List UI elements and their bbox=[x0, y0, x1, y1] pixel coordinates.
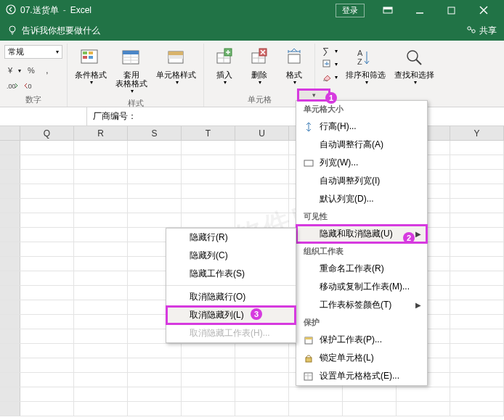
row-header[interactable] bbox=[0, 373, 20, 387]
cell[interactable] bbox=[20, 213, 74, 227]
cell[interactable] bbox=[450, 228, 504, 242]
cell[interactable] bbox=[450, 170, 504, 184]
minimize-icon[interactable] bbox=[405, 0, 434, 20]
cell[interactable] bbox=[128, 387, 182, 401]
cell[interactable] bbox=[74, 329, 128, 343]
cell[interactable] bbox=[235, 141, 289, 155]
row-header[interactable] bbox=[0, 228, 20, 242]
autosum-button[interactable]: ∑▾ bbox=[320, 45, 340, 57]
submenu-hide-cols[interactable]: 隐藏列(C) bbox=[166, 247, 296, 265]
cell[interactable] bbox=[74, 141, 128, 155]
cell[interactable] bbox=[235, 373, 289, 387]
select-all-corner[interactable] bbox=[0, 126, 20, 140]
cell[interactable] bbox=[20, 402, 74, 416]
cell[interactable] bbox=[182, 170, 235, 184]
row-header[interactable] bbox=[0, 199, 20, 213]
cell[interactable] bbox=[450, 315, 504, 329]
share-button[interactable]: 共享 bbox=[466, 25, 497, 37]
cell[interactable] bbox=[182, 184, 235, 198]
submenu-hide-rows[interactable]: 隐藏行(R) bbox=[166, 228, 296, 247]
cell[interactable] bbox=[450, 286, 504, 300]
cell[interactable] bbox=[20, 358, 74, 372]
cell[interactable] bbox=[128, 199, 182, 213]
cell[interactable] bbox=[20, 344, 74, 358]
row-header[interactable] bbox=[0, 286, 20, 300]
cell[interactable] bbox=[450, 242, 504, 256]
cell[interactable] bbox=[235, 184, 289, 198]
cell[interactable] bbox=[343, 402, 397, 416]
cell[interactable] bbox=[397, 402, 450, 416]
cell[interactable] bbox=[128, 344, 182, 358]
cell[interactable] bbox=[74, 271, 128, 285]
row-header[interactable] bbox=[0, 213, 20, 227]
cell[interactable] bbox=[235, 213, 289, 227]
number-format-dropdown[interactable]: 常规 ▾ bbox=[4, 45, 62, 59]
menu-tab-color[interactable]: 工作表标签颜色(T) ▶ bbox=[296, 296, 427, 314]
cell[interactable] bbox=[450, 344, 504, 358]
close-icon[interactable] bbox=[469, 0, 498, 20]
cell[interactable] bbox=[450, 358, 504, 372]
cell[interactable] bbox=[450, 329, 504, 343]
decrease-decimal-button[interactable]: .0 bbox=[22, 81, 38, 92]
col-head[interactable]: S bbox=[128, 126, 182, 140]
tell-me-input[interactable]: 告诉我你想要做什么 bbox=[7, 25, 100, 37]
cell[interactable] bbox=[74, 199, 128, 213]
cell[interactable] bbox=[20, 329, 74, 343]
cell[interactable] bbox=[20, 387, 74, 401]
menu-row-height[interactable]: 行高(H)... bbox=[296, 118, 427, 136]
increase-decimal-button[interactable]: .00 bbox=[4, 81, 20, 92]
cell[interactable] bbox=[20, 257, 74, 271]
cell[interactable] bbox=[235, 344, 289, 358]
cell[interactable] bbox=[182, 358, 235, 372]
cell[interactable] bbox=[182, 373, 235, 387]
row-header[interactable] bbox=[0, 329, 20, 343]
cell[interactable] bbox=[128, 170, 182, 184]
row-header[interactable] bbox=[0, 242, 20, 256]
cell[interactable] bbox=[128, 373, 182, 387]
cell[interactable] bbox=[182, 213, 235, 227]
cell[interactable] bbox=[182, 387, 235, 401]
cell[interactable] bbox=[182, 344, 235, 358]
cell[interactable] bbox=[20, 242, 74, 256]
cell[interactable] bbox=[235, 387, 289, 401]
row-header[interactable] bbox=[0, 402, 20, 416]
cell[interactable] bbox=[182, 155, 235, 169]
cell[interactable] bbox=[20, 300, 74, 314]
cell[interactable] bbox=[74, 387, 128, 401]
cell[interactable] bbox=[235, 199, 289, 213]
submenu-hide-sheet[interactable]: 隐藏工作表(S) bbox=[166, 265, 296, 283]
cell[interactable] bbox=[74, 184, 128, 198]
menu-default-width[interactable]: 默认列宽(D)... bbox=[296, 190, 427, 208]
cell[interactable] bbox=[450, 300, 504, 314]
cell[interactable] bbox=[20, 271, 74, 285]
col-head[interactable]: Q bbox=[20, 126, 74, 140]
sort-filter-button[interactable]: AZ 排序和筛选 ▾ bbox=[343, 44, 389, 88]
cell[interactable] bbox=[128, 155, 182, 169]
cell[interactable] bbox=[450, 184, 504, 198]
menu-autofit-row[interactable]: 自动调整行高(A) bbox=[296, 136, 427, 154]
cell[interactable] bbox=[235, 155, 289, 169]
comma-format-button[interactable]: , bbox=[41, 65, 55, 76]
cell[interactable] bbox=[450, 213, 504, 227]
menu-protect-sheet[interactable]: 保护工作表(P)... bbox=[296, 331, 427, 349]
row-header[interactable] bbox=[0, 141, 20, 155]
menu-format-cells-dialog[interactable]: 设置单元格格式(E)... bbox=[296, 367, 427, 385]
cell[interactable] bbox=[20, 141, 74, 155]
cell[interactable] bbox=[450, 257, 504, 271]
cell[interactable] bbox=[450, 141, 504, 155]
cell[interactable] bbox=[397, 387, 450, 401]
cell[interactable] bbox=[128, 402, 182, 416]
find-select-button[interactable]: 查找和选择 ▾ bbox=[391, 44, 437, 88]
cell[interactable] bbox=[74, 300, 128, 314]
row-header[interactable] bbox=[0, 257, 20, 271]
cell[interactable] bbox=[74, 257, 128, 271]
cell[interactable] bbox=[235, 358, 289, 372]
cell[interactable] bbox=[74, 402, 128, 416]
cell[interactable] bbox=[128, 213, 182, 227]
cell[interactable] bbox=[74, 373, 128, 387]
cell[interactable] bbox=[289, 402, 343, 416]
submenu-unhide-cols[interactable]: 取消隐藏列(L) bbox=[166, 306, 296, 324]
row-header[interactable] bbox=[0, 387, 20, 401]
row-header[interactable] bbox=[0, 300, 20, 314]
cell[interactable] bbox=[182, 402, 235, 416]
